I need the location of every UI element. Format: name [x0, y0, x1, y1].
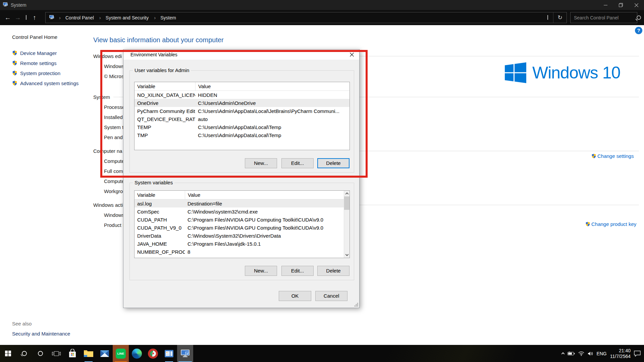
battery-icon[interactable] — [568, 352, 575, 356]
cell-variable: NVCUDASAMPLES_ROOT — [135, 257, 185, 258]
breadcrumb-items: Control PanelSystem and SecuritySystem — [56, 12, 179, 23]
windows-start-icon — [5, 351, 11, 357]
browser-icon — [148, 349, 158, 359]
line-app-button[interactable]: LINE — [113, 345, 129, 362]
breadcrumb-label: System and Security — [106, 15, 149, 20]
sidebar-item[interactable]: Advanced system settings — [12, 78, 93, 88]
edge-icon — [132, 349, 142, 359]
table-header[interactable]: Variable Value — [135, 191, 344, 199]
breadcrumb-item[interactable]: Control Panel — [56, 12, 97, 23]
system-variables-group-label: System variables — [133, 180, 174, 185]
breadcrumb-label: System — [160, 15, 176, 20]
navigation-bar: ← → ↑ Control PanelSystem and SecuritySy… — [0, 10, 644, 25]
cell-value: C:\Program Files\NVIDIA GPU Computing To… — [185, 216, 344, 224]
table-row[interactable]: ComSpec C:\Windows\system32\cmd.exe — [135, 207, 344, 216]
change-product-key-link[interactable]: Change product key — [585, 221, 636, 227]
search-box — [570, 12, 637, 23]
system-delete-button[interactable]: Delete — [317, 266, 350, 276]
browser-button[interactable] — [145, 345, 161, 362]
system-info-text: Compute — [104, 178, 124, 184]
cell-value: C:\ProgramData\NVIDIA Corporation\CUDA S… — [185, 256, 344, 258]
volume-icon[interactable] — [588, 351, 593, 356]
system-new-button[interactable]: New... — [245, 266, 277, 276]
cell-value: 8 — [185, 248, 344, 256]
scrollbar-thumb[interactable] — [344, 196, 350, 210]
see-also-heading: See also — [12, 321, 32, 326]
breadcrumb-item[interactable]: System and Security — [97, 12, 151, 23]
clock-date: 11/7/2564 — [610, 354, 631, 359]
sidebar-items: Device Manager Remote settings System pr… — [12, 48, 93, 88]
forward-button[interactable]: → — [13, 14, 23, 21]
settings-app-button[interactable] — [161, 345, 177, 362]
system-variables-table[interactable]: Variable Value asl.log Destination=file … — [134, 190, 350, 258]
search-input[interactable] — [571, 15, 637, 20]
start-button[interactable] — [0, 345, 16, 362]
clock[interactable]: 21:40 11/7/2564 — [610, 348, 631, 359]
store-button[interactable] — [64, 345, 80, 362]
table-row[interactable]: NVCUDASAMPLES_ROOT C:\ProgramData\NVIDIA… — [135, 256, 344, 258]
sidebar: Control Panel Home Device Manager Remote… — [0, 25, 93, 345]
file-explorer-button[interactable] — [80, 345, 97, 362]
resize-grip[interactable] — [354, 303, 358, 307]
cell-variable: DriverData — [135, 233, 185, 239]
breadcrumb-system-icon[interactable] — [49, 14, 54, 21]
table-row[interactable]: CUDA_PATH C:\Program Files\NVIDIA GPU Co… — [135, 216, 344, 224]
cortana-button[interactable] — [32, 345, 48, 362]
cell-variable: NUMBER_OF_PROCESSORS — [135, 249, 185, 255]
language-indicator[interactable]: ENG — [596, 351, 606, 356]
scrollbar[interactable] — [344, 191, 350, 258]
address-dropdown-icon[interactable] — [544, 16, 551, 20]
sidebar-item[interactable]: Device Manager — [12, 48, 93, 58]
back-button[interactable]: ← — [3, 14, 13, 21]
system-app-icon — [3, 2, 8, 8]
system-tray: ENG 21:40 11/7/2564 — [562, 345, 644, 362]
cell-variable: asl.log — [135, 201, 185, 206]
column-variable[interactable]: Variable — [135, 192, 185, 198]
ok-button[interactable]: OK — [279, 291, 311, 301]
breadcrumb-item[interactable]: System — [151, 12, 179, 23]
scroll-up-icon[interactable] — [344, 191, 350, 196]
search-icon — [22, 351, 27, 356]
cell-value: Destination=file — [185, 199, 344, 207]
change-settings-link[interactable]: Change settings — [591, 153, 634, 159]
minimize-button[interactable] — [598, 0, 613, 10]
table-row[interactable]: JAVA_HOME C:\Program Files\Java\jdk-15.0… — [135, 240, 344, 248]
cell-variable: ComSpec — [135, 209, 185, 215]
sidebar-item[interactable]: Remote settings — [12, 58, 93, 68]
system-window-button[interactable] — [177, 345, 193, 362]
refresh-icon[interactable]: ↻ — [553, 12, 567, 23]
mail-button[interactable] — [97, 345, 113, 362]
search-icon[interactable] — [637, 15, 641, 20]
sidebar-item-control-panel-home[interactable]: Control Panel Home — [12, 34, 93, 40]
tray-chevron-icon[interactable] — [562, 352, 564, 355]
sidebar-item-label: Remote settings — [20, 60, 56, 66]
task-view-button[interactable] — [48, 345, 64, 362]
taskbar: LINE ENG 21:40 11/7 — [0, 345, 644, 362]
line-icon: LINE — [116, 349, 126, 359]
action-center-icon[interactable] — [634, 351, 641, 357]
restore-button[interactable] — [613, 0, 629, 10]
wifi-icon[interactable] — [578, 351, 584, 356]
system-info-text: Workgrou — [104, 188, 126, 194]
edge-button[interactable] — [129, 345, 145, 362]
table-row[interactable]: CUDA_PATH_V9_0 C:\Program Files\NVIDIA G… — [135, 224, 344, 232]
cancel-button[interactable]: Cancel — [315, 291, 347, 301]
cell-variable: CUDA_PATH — [135, 217, 185, 223]
system-edit-button[interactable]: Edit... — [281, 266, 314, 276]
table-row[interactable]: DriverData C:\Windows\System32\Drivers\D… — [135, 232, 344, 240]
cell-value: C:\Windows\system32\cmd.exe — [185, 207, 344, 216]
close-button[interactable] — [629, 0, 644, 10]
column-value[interactable]: Value — [185, 191, 344, 199]
sidebar-item-security-maintenance[interactable]: Security and Maintenance — [12, 331, 70, 337]
window-title: System — [11, 2, 26, 8]
scroll-down-icon[interactable] — [344, 252, 350, 258]
up-button[interactable]: ↑ — [30, 14, 40, 21]
history-chevron-icon[interactable] — [23, 16, 30, 20]
window-titlebar: System — [0, 0, 644, 10]
mail-icon — [100, 350, 109, 357]
taskbar-search-button[interactable] — [16, 345, 32, 362]
help-icon[interactable]: ? — [635, 27, 642, 34]
sidebar-item[interactable]: System protection — [12, 68, 93, 78]
table-row[interactable]: NUMBER_OF_PROCESSORS 8 — [135, 248, 344, 256]
table-row[interactable]: asl.log Destination=file — [135, 199, 344, 207]
